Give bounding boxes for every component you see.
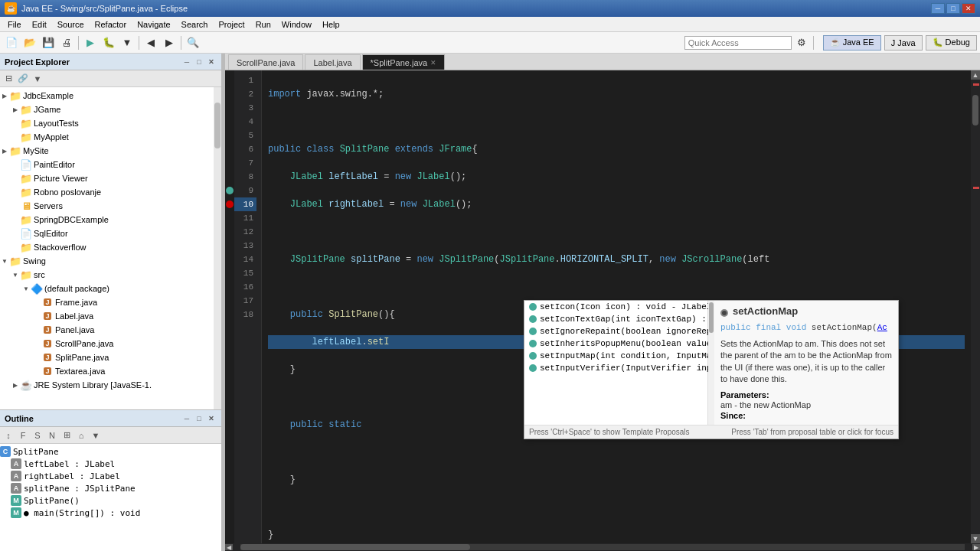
menu-run[interactable]: Run (251, 18, 276, 31)
tree-item-14[interactable]: ▼ 🔷 (default package) (0, 282, 214, 295)
ac-item-2[interactable]: setIconTextGap(int iconTextGap) : void -… (524, 313, 707, 325)
ac-item-6[interactable]: setInputVerifier(InputVerifier inputVeri… (524, 362, 707, 374)
pe-link-btn[interactable]: 🔗 (16, 72, 30, 86)
tree-item-9[interactable]: 📁 SpringDBCExample (0, 213, 214, 227)
pe-close-btn[interactable]: ✕ (206, 57, 217, 67)
ac-item-4[interactable]: setInheritsPopupMenu(boolean value) : vo… (524, 337, 707, 350)
autocomplete-popup[interactable]: setIcon(Icon icon) : void - JLabel setIc… (524, 300, 899, 439)
outline-controls[interactable]: ─ □ ✕ (181, 413, 217, 424)
tab-scrollpane[interactable]: ScrollPane.java (228, 54, 303, 70)
tree-item-21[interactable]: ▶ ☕ JRE System Library [JavaSE-1. (0, 378, 214, 392)
hscroll-right-btn[interactable]: ▶ (972, 544, 980, 550)
perspective-java[interactable]: J Java (884, 35, 923, 51)
project-explorer-controls[interactable]: ─ □ ✕ (181, 57, 217, 67)
toolbar-new-button[interactable]: 📄 (3, 34, 20, 51)
tree-item-19[interactable]: J SplitPane.java (0, 350, 214, 364)
menu-window[interactable]: Window (277, 18, 316, 31)
tree-item-4[interactable]: ▶ 📁 MySite (0, 144, 214, 158)
toolbar-prev-button[interactable]: ◀ (142, 34, 159, 51)
maximize-button[interactable]: □ (946, 3, 960, 14)
perspective-javaee[interactable]: ☕ Java EE (823, 35, 881, 51)
tree-item-11[interactable]: 📁 Stackoverflow (0, 240, 214, 254)
quick-access-input[interactable] (684, 36, 792, 50)
menu-file[interactable]: File (3, 18, 26, 31)
outline-item-3[interactable]: A splitPane : JSplitPane (0, 482, 221, 494)
menu-refactor[interactable]: Refactor (90, 18, 132, 31)
scroll-thumb[interactable] (972, 95, 978, 126)
toolbar-open-button[interactable]: 📂 (21, 34, 38, 51)
outline-minimize-btn[interactable]: ─ (181, 413, 192, 424)
outline-filter-btn[interactable]: ⌂ (74, 429, 88, 442)
tree-item-13[interactable]: ▼ 📁 src (0, 268, 214, 282)
tree-item-0[interactable]: ▶ 📁 JdbcExample (0, 89, 214, 103)
window-controls[interactable]: ─ □ ✕ (931, 3, 975, 14)
tree-item-1[interactable]: ▶ 📁 JGame (0, 103, 214, 116)
autocomplete-scrollbar[interactable] (708, 301, 714, 425)
outline-item-5[interactable]: M ● main(String[]) : void (0, 507, 221, 519)
tab-splitpane[interactable]: *SplitPane.java ✕ (362, 54, 446, 70)
hscroll-left-btn[interactable]: ◀ (225, 544, 233, 550)
minimize-button[interactable]: ─ (931, 3, 945, 14)
menu-help[interactable]: Help (318, 18, 345, 31)
tree-item-6[interactable]: 📁 Picture Viewer (0, 171, 214, 185)
hscroll-thumb[interactable] (240, 544, 470, 550)
close-button[interactable]: ✕ (962, 3, 975, 14)
pe-collapse-btn[interactable]: ⊟ (2, 72, 15, 86)
tab-label[interactable]: Label.java (305, 54, 360, 70)
menu-edit[interactable]: Edit (28, 18, 51, 31)
outline-tree[interactable]: C SplitPane A leftLabel : JLabel A right… (0, 444, 221, 551)
project-tree[interactable]: ▶ 📁 JdbcExample ▶ 📁 JGame 📁 LayoutTests … (0, 87, 214, 409)
toolbar-print-button[interactable]: 🖨 (58, 34, 75, 51)
outline-expand-btn[interactable]: ⊞ (60, 429, 74, 442)
hscroll-track[interactable] (240, 544, 965, 550)
scroll-track[interactable] (971, 80, 980, 534)
menu-search[interactable]: Search (177, 18, 213, 31)
tree-item-18[interactable]: J ScrollPane.java (0, 337, 214, 350)
tree-item-7[interactable]: 📁 Robno poslovanje (0, 185, 214, 199)
autocomplete-list[interactable]: setIcon(Icon icon) : void - JLabel setIc… (524, 301, 708, 425)
pe-minimize-btn[interactable]: ─ (181, 57, 192, 67)
toolbar-run-button[interactable]: ▶ (82, 34, 99, 51)
toolbar-search-button[interactable]: 🔍 (185, 34, 201, 51)
toolbar-save-button[interactable]: 💾 (40, 34, 57, 51)
editor-scrollbar[interactable]: ▲ ▼ (971, 70, 980, 543)
outline-hide-static-btn[interactable]: S (31, 429, 44, 442)
tree-item-15[interactable]: J Frame.java (0, 295, 214, 309)
outline-item-4[interactable]: M SplitPane() (0, 494, 221, 507)
perspective-debug[interactable]: 🐛 Debug (926, 35, 977, 51)
toolbar-next-button[interactable]: ▶ (161, 34, 178, 51)
outline-hide-fields-btn[interactable]: F (16, 429, 30, 442)
tree-item-10[interactable]: 📄 SqlEditor (0, 227, 214, 240)
outline-item-0[interactable]: C SplitPane (0, 445, 221, 458)
tree-item-2[interactable]: 📁 LayoutTests (0, 116, 214, 130)
detail-link[interactable]: Ac (877, 323, 887, 332)
tree-item-12[interactable]: ▼ 📁 Swing (0, 254, 214, 268)
outline-hide-nondef-btn[interactable]: N (45, 429, 59, 442)
menu-navigate[interactable]: Navigate (132, 18, 175, 31)
tree-item-8[interactable]: 🖥 Servers (0, 199, 214, 213)
project-explorer-scrollbar[interactable] (214, 87, 221, 409)
outline-item-1[interactable]: A leftLabel : JLabel (0, 458, 221, 470)
tree-item-17[interactable]: J Panel.java (0, 323, 214, 337)
outline-maximize-btn[interactable]: □ (194, 413, 204, 424)
tree-item-3[interactable]: 📁 MyApplet (0, 130, 214, 144)
editor-hscroll[interactable]: ◀ ▶ (225, 543, 980, 551)
menu-source[interactable]: Source (53, 18, 89, 31)
ac-item-3[interactable]: setIgnoreRepaint(boolean ignoreRepaint) … (524, 325, 707, 337)
scroll-up-btn[interactable]: ▲ (971, 70, 980, 80)
outline-item-2[interactable]: A rightLabel : JLabel (0, 470, 221, 482)
tree-item-5[interactable]: 📄 PaintEditor (0, 158, 214, 171)
outline-close-btn[interactable]: ✕ (206, 413, 217, 424)
toolbar-settings-button[interactable]: ⚙ (793, 34, 810, 51)
scroll-down-btn[interactable]: ▼ (971, 534, 980, 543)
toolbar-more-button[interactable]: ▼ (119, 34, 136, 51)
menu-project[interactable]: Project (214, 18, 249, 31)
pe-menu-btn[interactable]: ▼ (31, 72, 44, 86)
tree-item-20[interactable]: J Textarea.java (0, 364, 214, 378)
ac-item-5[interactable]: setInputMap(int condition, InputMap map)… (524, 350, 707, 362)
ac-item-1[interactable]: setIcon(Icon icon) : void - JLabel (524, 301, 707, 313)
toolbar-debug-button[interactable]: 🐛 (100, 34, 117, 51)
outline-menu-btn[interactable]: ▼ (89, 429, 103, 442)
pe-maximize-btn[interactable]: □ (194, 57, 204, 67)
tree-item-16[interactable]: J Label.java (0, 309, 214, 323)
